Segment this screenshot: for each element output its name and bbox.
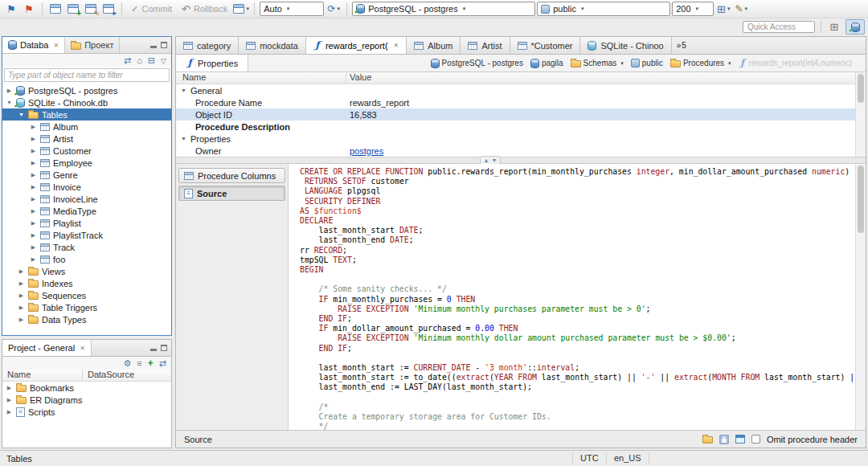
filter-icon[interactable] — [161, 55, 166, 65]
column-header-value[interactable]: Value — [346, 72, 371, 84]
tree-item-data-types[interactable]: ▶Data Types — [2, 313, 171, 325]
sync-icon[interactable] — [159, 358, 166, 369]
tree-item-postgresql-postgres[interactable]: ▶PostgreSQL - postgres — [2, 84, 171, 96]
project-item-er-diagrams[interactable]: ▶ER Diagrams — [2, 394, 171, 406]
chevron-down-icon[interactable]: ▼ — [181, 88, 186, 93]
tree-item-employee[interactable]: ▶Employee — [2, 157, 171, 169]
breadcrumb-postgresql-postgres[interactable]: PostgreSQL - postgres — [428, 58, 526, 69]
chevron-right-icon[interactable]: ▶ — [30, 184, 37, 190]
chevron-right-icon[interactable]: ▶ — [30, 124, 37, 130]
chevron-right-icon[interactable]: ▶ — [30, 136, 37, 142]
editor-tab-customer[interactable]: *Customer — [510, 37, 581, 54]
chevron-right-icon[interactable]: ▶ — [6, 385, 13, 391]
close-icon[interactable]: ✕ — [80, 345, 85, 352]
maximize-icon[interactable] — [161, 42, 167, 48]
home-icon[interactable] — [137, 55, 142, 65]
splitter[interactable]: ▲▼ — [176, 157, 866, 164]
refresh-dropdown-icon[interactable]: ▾ — [326, 2, 342, 17]
tree-item-invoice[interactable]: ▶Invoice — [2, 181, 171, 193]
tree-item-sequences[interactable]: ▶Sequences — [2, 289, 171, 301]
scrollbar-thumb[interactable] — [858, 74, 864, 103]
quick-access-input[interactable]: Quick Access — [743, 21, 815, 33]
property-row-object-id[interactable]: Object ID16,583 — [176, 108, 866, 121]
chevron-right-icon[interactable]: ▶ — [30, 196, 37, 202]
fetch-size-combo[interactable]: 200 ▾ — [672, 2, 714, 16]
maximize-icon[interactable] — [161, 345, 167, 351]
chevron-right-icon[interactable]: ▶ — [18, 280, 25, 287]
chevron-down-icon[interactable]: ▼ — [6, 100, 13, 105]
tab-project-general[interactable]: Project - General ✕ — [2, 340, 92, 356]
editor-tab-artist[interactable]: Artist — [461, 37, 510, 54]
open-in-editor-icon[interactable] — [735, 435, 745, 444]
save-icon[interactable] — [719, 435, 729, 444]
chevron-right-icon[interactable]: ▶ — [6, 88, 13, 94]
chevron-right-icon[interactable]: ▶ — [30, 220, 37, 227]
column-header-name[interactable]: Name — [176, 72, 346, 84]
source-code[interactable]: CREATE OR REPLACE FUNCTION public.reward… — [289, 164, 855, 430]
commit-button[interactable]: Commit — [127, 2, 176, 17]
chevron-down-icon[interactable]: ▼ — [18, 112, 25, 117]
chevron-right-icon[interactable]: ▶ — [30, 172, 37, 178]
chevron-right-icon[interactable]: ▶ — [30, 232, 37, 239]
tree-item-playlisttrack[interactable]: ▶PlaylistTrack — [2, 229, 171, 241]
column-header-datasource[interactable]: DataSource — [83, 370, 134, 381]
breadcrumb-schemas[interactable]: Schemas▾ — [568, 58, 626, 68]
link-with-editor-icon[interactable] — [124, 55, 131, 66]
tree-item-playlist[interactable]: ▶Playlist — [2, 217, 171, 229]
property-row-procedure-description[interactable]: Procedure Description — [176, 121, 866, 133]
tree-item-album[interactable]: ▶Album — [2, 121, 171, 133]
property-row-procedure-name[interactable]: Procedure Namerewards_report — [176, 96, 866, 108]
chevron-right-icon[interactable]: ▶ — [30, 148, 37, 154]
scrollbar-thumb[interactable] — [858, 166, 864, 233]
sql-editor-icon[interactable] — [47, 2, 63, 17]
tree-item-artist[interactable]: ▶Artist — [2, 133, 171, 145]
tree-item-table-triggers[interactable]: ▶Table Triggers — [2, 301, 171, 313]
properties-scrollbar[interactable] — [855, 72, 866, 157]
load-from-file-icon[interactable] — [702, 436, 713, 444]
property-row-general[interactable]: ▼General — [176, 84, 866, 96]
transaction-mode-icon[interactable]: ▾ — [233, 2, 249, 17]
tree-item-invoiceline[interactable]: ▶InvoiceLine — [2, 193, 171, 205]
tree-item-track[interactable]: ▶Track — [2, 241, 171, 253]
minimize-icon[interactable] — [150, 349, 157, 351]
side-tab-procedure-columns[interactable]: Procedure Columns — [178, 168, 285, 183]
chevron-right-icon[interactable]: ▶ — [18, 317, 25, 323]
connection-combo[interactable]: PostgreSQL - postgres ▾ — [352, 2, 535, 16]
sql-editor-new-icon[interactable] — [65, 2, 81, 17]
tree-item-indexes[interactable]: ▶Indexes — [2, 277, 171, 289]
collapse-all-icon[interactable] — [148, 55, 155, 66]
editor-tab-category[interactable]: category — [176, 37, 239, 54]
sql-script-icon[interactable] — [83, 2, 99, 17]
source-bottom-tab[interactable]: Source — [184, 435, 212, 444]
tab-overflow-indicator[interactable]: »5 — [677, 41, 687, 50]
chevron-down-icon[interactable]: ▼ — [181, 136, 186, 141]
omit-procedure-header-checkbox[interactable] — [751, 435, 760, 444]
close-icon[interactable]: ✕ — [394, 42, 399, 49]
chevron-right-icon[interactable]: ▶ — [6, 409, 13, 415]
chevron-right-icon[interactable]: ▶ — [18, 268, 25, 275]
dbeaver-perspective-icon[interactable] — [845, 19, 865, 35]
pin-blue-icon[interactable] — [3, 2, 19, 17]
chevron-right-icon[interactable]: ▶ — [18, 292, 25, 299]
tree-item-mediatype[interactable]: ▶MediaType — [2, 205, 171, 217]
project-item-scripts[interactable]: ▶Scripts — [2, 406, 171, 418]
schema-combo[interactable]: public ▾ — [537, 2, 670, 16]
chevron-right-icon[interactable]: ▶ — [6, 397, 13, 403]
edit-dropdown-icon[interactable]: ▾ — [733, 2, 749, 17]
project-item-bookmarks[interactable]: ▶Bookmarks — [2, 382, 171, 394]
column-header-name[interactable]: Name — [2, 370, 83, 381]
editor-tab-rewards-report[interactable]: ƒrewards_report(✕ — [306, 37, 407, 54]
chevron-right-icon[interactable]: ▶ — [30, 160, 37, 166]
object-filter-input[interactable] — [4, 68, 170, 82]
tree-item-views[interactable]: ▶Views — [2, 265, 171, 277]
breadcrumb-pagila[interactable]: pagila — [528, 58, 566, 69]
tab-database-navigator[interactable]: Databa ✕ — [2, 37, 65, 53]
editor-tab-album[interactable]: Album — [407, 37, 461, 54]
collapse-up-icon[interactable]: ▲ — [484, 157, 489, 163]
tree-item-foo[interactable]: ▶foo — [2, 253, 171, 265]
breadcrumb-public[interactable]: public — [628, 58, 665, 68]
chevron-down-icon[interactable]: ▾ — [728, 60, 731, 67]
open-perspective-icon[interactable] — [825, 19, 844, 35]
collapse-down-icon[interactable]: ▼ — [491, 157, 497, 163]
editor-tab-mockdata[interactable]: mockdata — [239, 37, 306, 54]
